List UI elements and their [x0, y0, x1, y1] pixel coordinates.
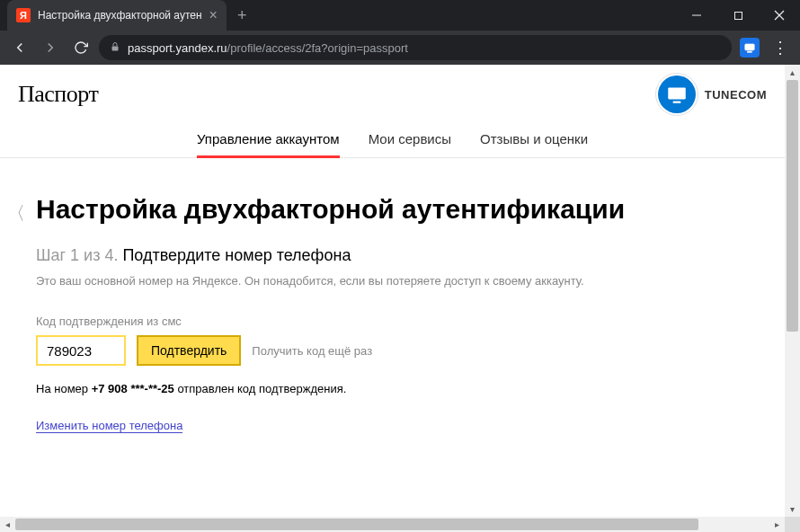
- browser-menu-button[interactable]: ⋮: [768, 35, 793, 60]
- change-phone-link[interactable]: Изменить номер телефона: [36, 419, 182, 433]
- username-label: TUNECOM: [705, 88, 767, 102]
- scrollbar-corner: [785, 517, 800, 532]
- window-minimize-button[interactable]: [676, 0, 717, 31]
- page-viewport: Паспорт TUNECOM Управление аккаунтом Мои…: [0, 65, 800, 532]
- resend-code-link[interactable]: Получить код ещё раз: [252, 344, 372, 358]
- nav-reload-button[interactable]: [68, 35, 93, 60]
- svg-rect-8: [672, 102, 680, 103]
- extension-icon[interactable]: [737, 35, 762, 60]
- tab-title: Настройка двухфакторной аутен: [38, 9, 202, 22]
- step-description: Это ваш основной номер на Яндексе. Он по…: [36, 274, 758, 288]
- back-chevron-icon[interactable]: 〈: [7, 201, 25, 226]
- url-text: passport.yandex.ru/profile/access/2fa?or…: [128, 41, 408, 55]
- confirmation-row: Подтвердить Получить код ещё раз: [36, 335, 758, 366]
- window-maximize-button[interactable]: [717, 0, 759, 31]
- vertical-scrollbar[interactable]: ▴ ▾: [785, 65, 800, 517]
- brand-logo[interactable]: Паспорт: [18, 81, 98, 108]
- nav-tabs: Управление аккаунтом Мои сервисы Отзывы …: [0, 120, 785, 158]
- confirm-button[interactable]: Подтвердить: [137, 335, 241, 366]
- svg-rect-6: [748, 51, 752, 52]
- browser-titlebar: Я Настройка двухфакторной аутен × +: [0, 0, 800, 31]
- svg-rect-4: [112, 46, 119, 50]
- code-field-label: Код подтверждения из смс: [36, 315, 758, 328]
- svg-rect-5: [745, 44, 755, 50]
- page-header: Паспорт TUNECOM: [0, 65, 785, 120]
- browser-toolbar: passport.yandex.ru/profile/access/2fa?or…: [0, 31, 800, 65]
- lock-icon: [110, 41, 120, 55]
- nav-back-button[interactable]: [7, 35, 32, 60]
- hscrollbar-thumb[interactable]: [15, 519, 698, 530]
- window-close-button[interactable]: [759, 0, 800, 31]
- tab-account-management[interactable]: Управление аккаунтом: [197, 120, 340, 157]
- new-tab-button[interactable]: +: [237, 6, 247, 25]
- horizontal-scrollbar[interactable]: ◂ ▸: [0, 517, 785, 532]
- svg-rect-7: [668, 87, 686, 99]
- window-controls: [676, 0, 800, 31]
- address-bar[interactable]: passport.yandex.ru/profile/access/2fa?or…: [99, 35, 732, 60]
- scroll-down-icon[interactable]: ▾: [785, 501, 800, 517]
- main-content: 〈 Настройка двухфакторной аутентификации…: [0, 158, 785, 451]
- step-indicator: Шаг 1 из 4. Подтвердите номер телефона: [36, 246, 758, 265]
- sent-info-text: На номер +7 908 ***-**-25 отправлен код …: [36, 382, 758, 395]
- scrollbar-thumb[interactable]: [787, 80, 798, 332]
- tab-my-services[interactable]: Мои сервисы: [369, 120, 451, 157]
- nav-forward-button[interactable]: [38, 35, 63, 60]
- tab-favicon: Я: [16, 8, 31, 22]
- page-title: Настройка двухфакторной аутентификации: [36, 194, 758, 225]
- sms-code-input[interactable]: [36, 335, 126, 366]
- tab-reviews[interactable]: Отзывы и оценки: [480, 120, 588, 157]
- svg-rect-1: [734, 12, 742, 19]
- browser-tab[interactable]: Я Настройка двухфакторной аутен ×: [7, 0, 227, 31]
- scroll-up-icon[interactable]: ▴: [785, 65, 800, 80]
- scroll-left-icon[interactable]: ◂: [0, 517, 15, 532]
- avatar[interactable]: [658, 75, 696, 113]
- tab-close-icon[interactable]: ×: [209, 7, 218, 23]
- scroll-right-icon[interactable]: ▸: [769, 517, 785, 532]
